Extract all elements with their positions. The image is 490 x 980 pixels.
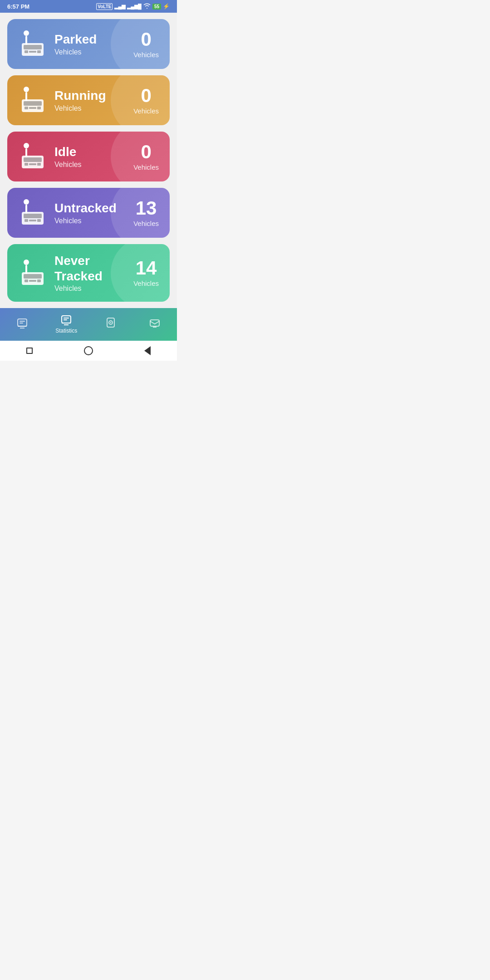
parked-card-left: Parked Vehicles xyxy=(18,29,97,59)
parked-count-label: Vehicles xyxy=(133,51,159,59)
svg-rect-39 xyxy=(20,323,23,323)
nav-item-3[interactable] xyxy=(88,316,133,331)
nav-item-4[interactable] xyxy=(133,316,177,331)
statistics-nav-label: Statistics xyxy=(55,328,77,334)
nav-icon-4 xyxy=(148,316,161,329)
parked-card-text: Parked Vehicles xyxy=(54,32,97,56)
svg-rect-24 xyxy=(24,214,42,218)
idle-card[interactable]: Idle Vehicles 0 Vehicles xyxy=(7,132,170,181)
never-tracked-count: 14 Vehicles xyxy=(133,259,159,287)
never-tracked-count-number: 14 xyxy=(136,259,157,278)
idle-subtitle: Vehicles xyxy=(54,161,82,169)
svg-rect-32 xyxy=(24,279,28,282)
svg-rect-38 xyxy=(20,321,25,322)
svg-rect-25 xyxy=(24,219,28,222)
running-count-label: Vehicles xyxy=(133,107,159,115)
svg-rect-26 xyxy=(37,219,41,222)
idle-title: Idle xyxy=(54,144,82,160)
running-count-number: 0 xyxy=(141,86,151,105)
idle-vehicle-icon xyxy=(18,142,47,171)
running-vehicle-icon xyxy=(18,86,47,115)
svg-rect-11 xyxy=(24,107,28,109)
never-tracked-subtitle: Vehicles xyxy=(54,284,133,293)
svg-rect-20 xyxy=(29,163,36,165)
svg-rect-18 xyxy=(24,163,28,166)
svg-rect-44 xyxy=(64,319,67,320)
sys-triangle-icon xyxy=(144,346,151,355)
svg-rect-3 xyxy=(24,45,42,49)
nav-icon-3 xyxy=(104,316,117,329)
svg-rect-17 xyxy=(24,157,42,162)
untracked-vehicle-icon xyxy=(18,198,47,227)
bottom-nav: Statistics xyxy=(0,308,177,341)
svg-rect-6 xyxy=(29,51,36,53)
svg-point-21 xyxy=(24,199,29,205)
svg-rect-48 xyxy=(150,320,159,326)
never-tracked-card-text: Never Tracked Vehicles xyxy=(54,253,133,293)
svg-point-47 xyxy=(110,322,111,323)
svg-point-0 xyxy=(24,30,29,36)
sys-square-icon xyxy=(26,348,33,354)
charging-icon: ⚡ xyxy=(163,3,170,10)
untracked-title: Untracked xyxy=(54,201,117,216)
cards-container: Parked Vehicles 0 Vehicles xyxy=(0,13,177,308)
sys-home-button[interactable] xyxy=(83,346,93,356)
svg-point-28 xyxy=(24,260,29,265)
sys-square-button[interactable] xyxy=(24,346,34,356)
svg-rect-4 xyxy=(24,50,28,53)
never-tracked-vehicle-icon xyxy=(18,259,47,288)
nav-item-statistics[interactable]: Statistics xyxy=(44,313,89,334)
parked-count: 0 Vehicles xyxy=(133,30,159,59)
parked-title: Parked xyxy=(54,32,97,47)
never-tracked-title: Never Tracked xyxy=(54,253,133,284)
nav-icon-1 xyxy=(16,316,29,329)
svg-rect-34 xyxy=(29,280,36,282)
running-card[interactable]: Running Vehicles 0 Vehicles xyxy=(7,75,170,125)
idle-count-label: Vehicles xyxy=(133,163,159,171)
untracked-count: 13 Vehicles xyxy=(133,199,159,227)
parked-subtitle: Vehicles xyxy=(54,48,97,56)
statistics-nav-icon xyxy=(60,313,73,326)
svg-point-7 xyxy=(24,87,29,92)
wifi-icon xyxy=(143,3,151,10)
svg-rect-27 xyxy=(29,220,36,221)
system-nav-bar xyxy=(0,341,177,361)
svg-rect-19 xyxy=(37,163,41,166)
idle-card-left: Idle Vehicles xyxy=(18,142,82,171)
parked-card[interactable]: Parked Vehicles 0 Vehicles xyxy=(7,19,170,69)
running-title: Running xyxy=(54,88,106,103)
svg-rect-10 xyxy=(24,101,42,106)
never-tracked-count-label: Vehicles xyxy=(133,279,159,287)
untracked-count-label: Vehicles xyxy=(133,220,159,227)
never-tracked-card[interactable]: Never Tracked Vehicles 14 Vehicles xyxy=(7,244,170,302)
untracked-count-number: 13 xyxy=(136,199,157,218)
svg-rect-5 xyxy=(37,50,41,53)
svg-rect-43 xyxy=(64,318,69,318)
svg-rect-33 xyxy=(37,279,41,282)
svg-rect-31 xyxy=(24,274,42,279)
nav-item-1[interactable] xyxy=(0,316,44,331)
status-time: 6:57 PM xyxy=(7,3,29,10)
untracked-subtitle: Vehicles xyxy=(54,217,117,225)
sys-back-button[interactable] xyxy=(142,346,152,356)
status-bar: 6:57 PM VoLTE ▂▄▆ ▂▄▆█ 55 ⚡ xyxy=(0,0,177,13)
idle-count: 0 Vehicles xyxy=(133,142,159,171)
untracked-card-text: Untracked Vehicles xyxy=(54,201,117,225)
running-subtitle: Vehicles xyxy=(54,104,106,113)
untracked-card-left: Untracked Vehicles xyxy=(18,198,117,227)
svg-rect-13 xyxy=(29,107,36,109)
never-tracked-card-left: Never Tracked Vehicles xyxy=(18,253,133,293)
svg-rect-12 xyxy=(37,107,41,109)
sys-circle-icon xyxy=(84,346,93,355)
idle-count-number: 0 xyxy=(141,142,151,162)
signal-icon2: ▂▄▆█ xyxy=(127,4,142,10)
svg-point-14 xyxy=(24,143,29,148)
idle-card-text: Idle Vehicles xyxy=(54,144,82,169)
volte-icon: VoLTE xyxy=(96,3,113,10)
status-icons: VoLTE ▂▄▆ ▂▄▆█ 55 ⚡ xyxy=(96,3,170,10)
parked-count-number: 0 xyxy=(141,30,151,49)
signal-icon1: ▂▄▆ xyxy=(114,4,125,10)
parked-vehicle-icon xyxy=(18,29,47,59)
untracked-card[interactable]: Untracked Vehicles 13 Vehicles xyxy=(7,188,170,238)
running-card-text: Running Vehicles xyxy=(54,88,106,113)
